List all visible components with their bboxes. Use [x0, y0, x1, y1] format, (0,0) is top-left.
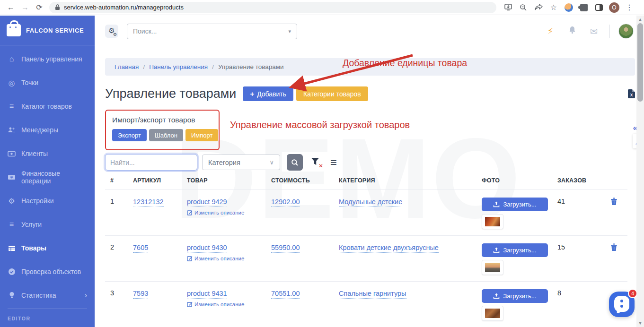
sidebar-item-clients[interactable]: Клиенты	[0, 142, 95, 165]
price-link[interactable]: 12902.00	[271, 198, 300, 207]
upload-button-label: Загрузить...	[503, 247, 536, 254]
export-excel-icon[interactable]: x	[628, 89, 635, 98]
export-button[interactable]: Экспорт	[112, 129, 147, 141]
sidebar-item-object-check[interactable]: Проверка объектов	[0, 260, 95, 284]
price-link[interactable]: 55950.00	[271, 244, 300, 253]
photo-thumbnail[interactable]	[482, 260, 503, 275]
import-button[interactable]: Импорт	[185, 129, 218, 141]
photo-thumbnail[interactable]	[482, 306, 503, 321]
extension-pinned-icon[interactable]	[562, 1, 576, 14]
install-app-icon[interactable]	[501, 1, 515, 14]
scrollbar-thumb[interactable]	[637, 23, 643, 102]
upload-icon	[493, 247, 500, 253]
browser-forward-icon[interactable]: →	[18, 1, 32, 14]
edit-description-link[interactable]: Изменить описание	[187, 256, 266, 261]
sidebar-item-label: Точки	[21, 79, 38, 86]
apply-search-button[interactable]	[287, 154, 303, 171]
import-export-title: Импорт/экспорт товаров	[112, 116, 212, 124]
sidebar-item-dashboard[interactable]: ⌂ Панель управления	[0, 47, 95, 71]
sidebar-item-catalog[interactable]: ≡ Каталог товаров	[0, 95, 95, 118]
edit-description-link[interactable]: Изменить описание	[187, 210, 266, 215]
category-link[interactable]: Модульные детские	[339, 198, 402, 207]
add-button-label: Добавить	[257, 90, 286, 98]
category-select[interactable]: Категория ∨	[202, 155, 280, 170]
sidebar-item-managers[interactable]: Менеджеры	[0, 118, 95, 142]
article-link[interactable]: 7605	[133, 244, 148, 253]
share-icon[interactable]	[531, 1, 546, 14]
envelope-icon[interactable]: ✉	[583, 26, 605, 37]
brand-name: FALCON SERVICE	[26, 27, 84, 34]
bookmark-star-icon[interactable]: ☆	[547, 1, 561, 14]
browser-menu-icon[interactable]: ⋮	[622, 1, 636, 14]
product-link[interactable]: product 9429	[187, 198, 227, 207]
search-placeholder: Поиск...	[133, 27, 157, 35]
check-circle-icon	[8, 268, 16, 276]
browser-profile-avatar[interactable]: O	[609, 2, 619, 13]
add-product-button[interactable]: + Добавить	[243, 86, 293, 101]
upload-icon	[493, 293, 500, 299]
product-link[interactable]: product 9430	[187, 244, 227, 253]
search-dropdown-caret-icon[interactable]: ▾	[288, 28, 291, 34]
sidebar-item-settings[interactable]: ⚙ Настройки	[0, 189, 95, 213]
delete-icon[interactable]	[610, 243, 618, 251]
category-select-value: Категория	[208, 159, 240, 166]
main-area: ⚙ ⚙ Поиск... ▾ ⚡ ✉ DEMO	[95, 16, 644, 327]
template-button[interactable]: Шаблон	[149, 129, 183, 141]
sidebar-item-services[interactable]: ≡ Услуги	[0, 213, 95, 236]
upload-photo-button[interactable]: Загрузить...	[482, 243, 548, 257]
sidebar-item-statistics[interactable]: Статистика ›	[0, 284, 95, 307]
article-link[interactable]: 12312132	[133, 198, 164, 207]
sidepanel-toggle-icon[interactable]	[592, 1, 606, 14]
brand-logo[interactable]: FALCON SERVICE	[0, 16, 95, 45]
product-link[interactable]: product 9431	[187, 290, 227, 299]
scroll-up-icon[interactable]: ▲	[636, 16, 644, 23]
category-link[interactable]: Спальные гарнитуры	[339, 290, 406, 299]
page-scrollbar[interactable]: ▲ ▼	[636, 16, 644, 327]
price-link[interactable]: 70551.00	[271, 290, 300, 299]
sidebar-item-products[interactable]: Товары	[0, 236, 95, 260]
sidebar-footer-label: EDITOR	[0, 309, 95, 327]
import-export-annotation-box: Импорт/экспорт товаров Экспорт Шаблон Им…	[105, 110, 220, 150]
sidebar-nav: ⌂ Панель управления ◎ Точки ≡ Каталог то…	[0, 45, 95, 307]
col-article: АРТИКУЛ	[128, 177, 182, 189]
photo-thumbnail[interactable]	[482, 214, 503, 229]
edit-icon	[187, 301, 193, 307]
extensions-puzzle-icon[interactable]	[577, 1, 591, 14]
clear-filter-icon[interactable]: ✕	[310, 157, 322, 168]
address-bar[interactable]: service.web-automation.ru/manageproducts	[49, 2, 496, 13]
chevron-down-icon: ∨	[269, 159, 274, 166]
bolt-icon[interactable]: ⚡	[539, 26, 561, 36]
products-table: # АРТИКУЛ ТОВАР СТОИМОСТЬ КАТЕГОРИЯ ФОТО…	[105, 177, 627, 327]
bell-icon[interactable]	[561, 26, 583, 37]
sidebar-item-label: Панель управления	[21, 55, 82, 63]
upload-button-label: Загрузить...	[503, 201, 536, 208]
banknote-icon: 0	[8, 173, 16, 181]
category-link[interactable]: Кровати детские двухъярусные	[339, 244, 439, 253]
browser-reload-icon[interactable]: ⟳	[32, 1, 46, 14]
delete-icon[interactable]	[610, 198, 618, 206]
edit-description-link[interactable]: Изменить описание	[187, 301, 266, 307]
find-input[interactable]	[105, 154, 197, 171]
table-menu-icon[interactable]: ≡	[330, 157, 337, 168]
global-search-input[interactable]: Поиск... ▾	[127, 24, 297, 39]
breadcrumb-link-home[interactable]: Главная	[115, 63, 139, 70]
search-icon	[291, 159, 299, 166]
row-number: 1	[105, 198, 128, 235]
scroll-down-icon[interactable]: ▼	[636, 319, 644, 327]
chat-widget-button[interactable]: 4	[609, 292, 635, 317]
sidebar-item-label: Клиенты	[21, 150, 48, 157]
gear-icon: ⚙	[8, 197, 16, 205]
sidebar: FALCON SERVICE ⌂ Панель управления ◎ Точ…	[0, 16, 95, 327]
article-link[interactable]: 7593	[133, 290, 148, 299]
upload-photo-button[interactable]: Загрузить...	[482, 289, 548, 303]
settings-gears-button[interactable]: ⚙ ⚙	[105, 25, 118, 38]
sidebar-item-points[interactable]: ◎ Точки	[0, 71, 95, 95]
page-title: Управление товарами	[105, 86, 236, 101]
product-categories-button[interactable]: Категории товаров	[296, 86, 368, 101]
browser-back-icon[interactable]: ←	[4, 1, 18, 14]
user-avatar[interactable]	[618, 24, 634, 39]
breadcrumb-link-dashboard[interactable]: Панель управления	[149, 63, 208, 70]
zoom-out-icon[interactable]	[516, 1, 530, 14]
upload-photo-button[interactable]: Загрузить...	[482, 198, 548, 211]
sidebar-item-finance[interactable]: 0 Финансовые операции	[0, 165, 95, 189]
